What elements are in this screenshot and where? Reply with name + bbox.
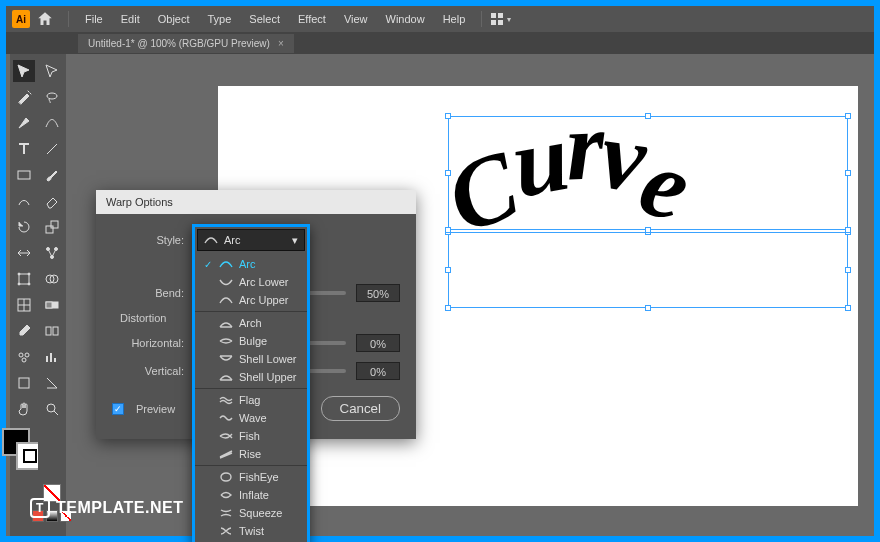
svg-rect-26: [53, 327, 58, 335]
scale-tool[interactable]: [41, 216, 63, 238]
style-option-arch[interactable]: Arch: [195, 314, 307, 332]
type-tool[interactable]: [13, 138, 35, 160]
menu-window[interactable]: Window: [378, 9, 433, 29]
svg-point-8: [18, 283, 20, 285]
style-option-rise[interactable]: Rise: [195, 445, 307, 463]
menu-help[interactable]: Help: [435, 9, 474, 29]
document-tab-bar: Untitled-1* @ 100% (RGB/GPU Preview) ×: [6, 32, 874, 54]
style-dropdown-head[interactable]: Arc ▾: [197, 229, 305, 251]
svg-rect-16: [46, 226, 53, 233]
rectangle-tool[interactable]: [13, 164, 35, 186]
app-icon: Ai: [12, 10, 30, 28]
menu-effect[interactable]: Effect: [290, 9, 334, 29]
direct-selection-tool[interactable]: [41, 60, 63, 82]
svg-point-12: [25, 353, 29, 357]
lasso-tool[interactable]: [41, 86, 63, 108]
warp-shape-icon: [219, 335, 233, 347]
puppet-tool[interactable]: [41, 242, 63, 264]
dialog-title: Warp Options: [96, 190, 416, 214]
svg-rect-1: [498, 13, 503, 18]
curvature-tool[interactable]: [41, 112, 63, 134]
style-option-wave[interactable]: Wave: [195, 409, 307, 427]
wand-tool[interactable]: [13, 86, 35, 108]
mesh-tool[interactable]: [13, 294, 35, 316]
style-option-fisheye[interactable]: FishEye: [195, 468, 307, 486]
menu-object[interactable]: Object: [150, 9, 198, 29]
symbol-tool[interactable]: [13, 346, 35, 368]
svg-point-13: [22, 358, 26, 362]
style-option-arc-lower[interactable]: Arc Lower: [195, 273, 307, 291]
menu-view[interactable]: View: [336, 9, 376, 29]
pen-tool[interactable]: [13, 112, 35, 134]
vertical-value[interactable]: 0%: [356, 362, 400, 380]
style-option-label: Shell Lower: [239, 353, 296, 365]
warp-shape-icon: [219, 317, 233, 329]
document-tab[interactable]: Untitled-1* @ 100% (RGB/GPU Preview) ×: [78, 34, 294, 53]
rotate-tool[interactable]: [13, 216, 35, 238]
svg-point-27: [47, 404, 55, 412]
chevron-down-icon: ▾: [292, 234, 298, 247]
eyedropper-tool[interactable]: [13, 320, 35, 342]
style-option-twist[interactable]: Twist: [195, 522, 307, 540]
warp-shape-icon: [219, 353, 233, 365]
style-option-arc-upper[interactable]: Arc Upper: [195, 291, 307, 309]
style-option-label: Arc Lower: [239, 276, 289, 288]
menu-type[interactable]: Type: [200, 9, 240, 29]
vertical-label: Vertical:: [112, 365, 184, 377]
style-label: Style:: [112, 234, 184, 246]
svg-rect-3: [498, 20, 503, 25]
style-option-fish[interactable]: Fish: [195, 427, 307, 445]
check-icon: ✓: [203, 259, 213, 270]
artboard-tool[interactable]: [13, 372, 35, 394]
style-option-inflate[interactable]: Inflate: [195, 486, 307, 504]
document-tab-label: Untitled-1* @ 100% (RGB/GPU Preview): [88, 38, 270, 49]
style-option-label: Arch: [239, 317, 262, 329]
dropdown-separator: [195, 465, 307, 466]
selection-tool[interactable]: [13, 60, 35, 82]
svg-point-9: [28, 283, 30, 285]
hand-tool[interactable]: [13, 398, 35, 420]
menubar: Ai File Edit Object Type Select Effect V…: [6, 6, 874, 32]
svg-rect-24: [46, 302, 52, 308]
close-icon[interactable]: ×: [278, 38, 284, 49]
free-transform-tool[interactable]: [13, 268, 35, 290]
brush-tool[interactable]: [41, 164, 63, 186]
home-icon[interactable]: [36, 10, 54, 28]
graph-tool[interactable]: [41, 346, 63, 368]
template-logomark: T: [30, 498, 50, 518]
style-dropdown-head-label: Arc: [224, 234, 241, 246]
shape-builder-tool[interactable]: [41, 268, 63, 290]
gradient-tool[interactable]: [41, 294, 63, 316]
width-tool[interactable]: [13, 242, 35, 264]
style-option-squeeze[interactable]: Squeeze: [195, 504, 307, 522]
style-option-bulge[interactable]: Bulge: [195, 332, 307, 350]
preview-checkbox[interactable]: ✓: [112, 403, 124, 415]
menu-file[interactable]: File: [77, 9, 111, 29]
horizontal-value[interactable]: 0%: [356, 334, 400, 352]
style-option-arc[interactable]: ✓Arc: [195, 255, 307, 273]
eraser-tool[interactable]: [41, 190, 63, 212]
style-option-shell-upper[interactable]: Shell Upper: [195, 368, 307, 386]
style-option-shell-lower[interactable]: Shell Lower: [195, 350, 307, 368]
style-option-flag[interactable]: Flag: [195, 391, 307, 409]
warp-shape-icon: [219, 430, 233, 442]
selection-bounds[interactable]: [448, 232, 848, 308]
slice-tool[interactable]: [41, 372, 63, 394]
layout-grid-icon[interactable]: ▾: [490, 12, 511, 26]
line-tool[interactable]: [41, 138, 63, 160]
warp-shape-icon: [219, 471, 233, 483]
zoom-tool[interactable]: [41, 398, 63, 420]
arc-icon: [204, 235, 218, 245]
style-option-label: Wave: [239, 412, 267, 424]
shaper-tool[interactable]: [13, 190, 35, 212]
cancel-button[interactable]: Cancel: [321, 396, 401, 421]
style-option-label: Arc Upper: [239, 294, 289, 306]
warp-envelope-bounds[interactable]: [448, 116, 848, 230]
warp-shape-icon: [219, 507, 233, 519]
menu-select[interactable]: Select: [241, 9, 288, 29]
menu-edit[interactable]: Edit: [113, 9, 148, 29]
blend-tool[interactable]: [41, 320, 63, 342]
bend-value[interactable]: 50%: [356, 284, 400, 302]
style-option-label: Inflate: [239, 489, 269, 501]
svg-rect-4: [18, 171, 30, 179]
